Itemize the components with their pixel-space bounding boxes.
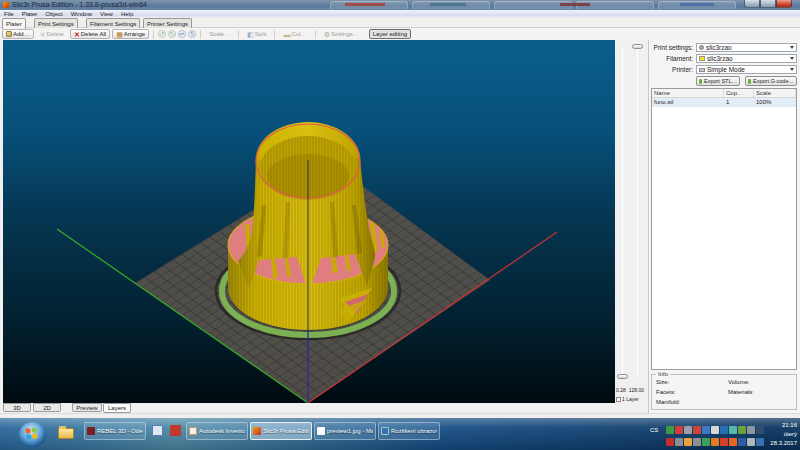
view-tab-2d[interactable]: 2D — [33, 403, 61, 412]
info-manifold-label: Manifold: — [656, 399, 680, 405]
tray-icons-row2[interactable] — [666, 438, 764, 446]
ghost-text — [430, 3, 466, 6]
printer-icon — [699, 68, 705, 72]
taskbar-button-slic3r[interactable]: Slic3r Prusa Edition - … — [250, 422, 312, 440]
pinned-app-icon-1[interactable] — [152, 425, 163, 436]
layer-slider-track-high[interactable] — [637, 46, 638, 376]
rotate-cw-icon[interactable]: ↻ — [168, 30, 176, 38]
delete-button[interactable]: ✕Delete — [36, 29, 68, 39]
toolbar: Add… ✕Delete ✕Delete All ▦Arrange ↺ ↻ ⇄ … — [0, 28, 800, 40]
one-layer-checkbox[interactable] — [616, 397, 621, 402]
inventor-app-icon — [189, 427, 197, 435]
arrange-button[interactable]: ▦Arrange — [112, 29, 149, 39]
3d-viewport[interactable] — [3, 40, 615, 403]
menu-file[interactable]: File — [0, 11, 18, 17]
tab-filament-settings[interactable]: Filament Settings — [86, 18, 140, 28]
layer-slider-handle-low[interactable] — [617, 374, 628, 379]
table-header[interactable]: Name Cop… Scale — [652, 89, 796, 98]
taskbar-clock[interactable]: 21:16 úterý 28.3.2017 — [764, 421, 797, 448]
menu-plater[interactable]: Plater — [18, 11, 42, 17]
info-group: Info Size: Volume: Facets: Materials: Ma… — [651, 374, 797, 410]
cut-button[interactable]: ▬Cut… — [279, 29, 310, 39]
delete-icon: ✕ — [40, 31, 46, 38]
gear-icon — [699, 45, 704, 50]
view-tab-preview[interactable]: Preview — [72, 403, 102, 412]
toolbar-separator — [315, 30, 316, 39]
print-settings-combo[interactable]: slic3rzao — [696, 43, 797, 52]
filament-combo[interactable]: slic3rzao — [696, 54, 797, 63]
info-size-label: Size: — [656, 379, 669, 385]
add-icon — [6, 31, 12, 37]
rotate-ccw-icon[interactable]: ↺ — [158, 30, 166, 38]
toolbar-separator — [200, 30, 201, 39]
taskbar-button-rebel[interactable]: REBEL 3D - Odeslat o… — [84, 422, 146, 440]
menu-help[interactable]: Help — [117, 11, 137, 17]
display-settings-icon — [381, 427, 389, 435]
scale-button[interactable]: Scale… — [205, 29, 234, 39]
delete-all-button[interactable]: ✕Delete All — [70, 29, 110, 39]
export-gcode-icon — [748, 79, 751, 84]
view-tab-3d[interactable]: 3D — [3, 403, 31, 412]
menu-window[interactable]: Window — [67, 11, 96, 17]
taskbar-button-paint[interactable]: preview1.jpg - Malov… — [314, 422, 376, 440]
settings-gear-icon: ⚙ — [324, 31, 330, 38]
settings-button[interactable]: ⚙Settings… — [320, 29, 363, 39]
view-tab-strip: 3D 2D Preview Layers — [0, 403, 648, 413]
export-gcode-button[interactable]: Export G-code… — [745, 76, 797, 86]
layer-min-value: 0.28 — [616, 387, 626, 393]
minimize-button[interactable] — [744, 0, 760, 8]
right-panel: Print settings: slic3rzao Filament: slic… — [648, 40, 800, 413]
layer-max-value: 128.00 — [629, 387, 644, 393]
desktop: Slic3r Prusa Edition - 1.33.8-prusa3d-wi… — [0, 0, 800, 450]
info-materials-label: Materials: — [728, 389, 754, 395]
title-bar[interactable]: Slic3r Prusa Edition - 1.33.8-prusa3d-wi… — [0, 0, 800, 10]
mirror-h-icon[interactable]: ⇄ — [178, 30, 186, 38]
info-facets-label: Facets: — [656, 389, 676, 395]
export-stl-icon — [699, 79, 702, 84]
table-row[interactable]: funo.stl 1 100% — [652, 98, 796, 107]
tab-print-settings[interactable]: Print Settings — [34, 18, 78, 28]
explorer-icon[interactable] — [58, 428, 74, 439]
tray-icons-row1[interactable] — [666, 426, 764, 434]
print-settings-label: Print settings: — [649, 44, 696, 51]
language-indicator[interactable]: CS — [650, 427, 658, 433]
split-button[interactable]: ◧Split — [243, 29, 270, 39]
windows-logo-icon — [25, 427, 38, 440]
dropdown-arrow-icon — [790, 57, 794, 60]
add-button[interactable]: Add… — [2, 29, 34, 39]
menu-view[interactable]: View — [96, 11, 117, 17]
layer-slider-handle-high[interactable] — [632, 44, 643, 49]
view-tab-layers[interactable]: Layers — [103, 403, 131, 413]
maximize-button[interactable] — [760, 0, 776, 8]
layer-slider-track-low[interactable] — [622, 46, 623, 376]
cut-icon: ▬ — [283, 31, 290, 38]
split-icon: ◧ — [247, 31, 254, 38]
ghost-text — [345, 3, 385, 6]
slic3r-window: Slic3r Prusa Edition - 1.33.8-prusa3d-wi… — [0, 0, 800, 418]
taskbar-button-resolution[interactable]: Rozlišení obrazovky — [378, 422, 440, 440]
printer-combo[interactable]: Simple Mode — [696, 65, 797, 74]
info-volume-label: Volume: — [728, 379, 750, 385]
export-stl-button[interactable]: Export STL… — [696, 76, 740, 86]
layer-editing-button[interactable]: Layer editing — [369, 29, 411, 39]
mirror-v-icon[interactable]: ⇅ — [188, 30, 196, 38]
window-title: Slic3r Prusa Edition - 1.33.8-prusa3d-wi… — [12, 1, 147, 8]
toolbar-separator — [274, 30, 275, 39]
tab-plater[interactable]: Plater — [2, 18, 26, 29]
pinned-app-icon-2[interactable] — [170, 425, 181, 436]
filament-label: Filament: — [649, 55, 696, 62]
delete-all-icon: ✕ — [74, 31, 80, 38]
dropdown-arrow-icon — [790, 68, 794, 71]
start-button[interactable] — [19, 422, 46, 447]
menu-object[interactable]: Object — [41, 11, 66, 17]
app-icon — [3, 2, 9, 8]
layer-slider-strip: 0.28 128.00 1 Layer — [615, 40, 648, 413]
tab-printer-settings[interactable]: Printer Settings — [143, 18, 192, 28]
close-button[interactable] — [776, 0, 792, 8]
object-list-table: Name Cop… Scale funo.stl 1 100% — [651, 88, 797, 370]
taskbar-button-inventor[interactable]: Autodesk Inventor Pr… — [186, 422, 248, 440]
arrange-icon: ▦ — [116, 31, 123, 38]
ghost-text — [680, 3, 714, 6]
slic3r-app-icon — [253, 427, 261, 435]
dropdown-arrow-icon — [790, 46, 794, 49]
